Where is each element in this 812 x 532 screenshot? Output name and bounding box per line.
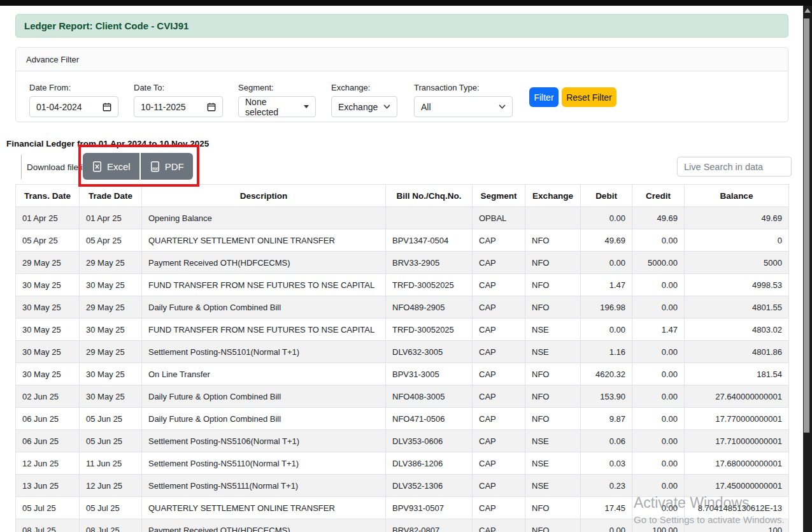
ledger-heading: Financial Ledger from 01 Apr 2024 to 10 … xyxy=(6,139,209,148)
column-header-bill-no-chq-no: Bill No./Chq.No. xyxy=(386,185,473,207)
table-cell: 49.69 xyxy=(632,207,685,229)
date-to-field: Date To: xyxy=(134,83,223,117)
table-cell: 0.00 xyxy=(581,519,632,532)
table-cell: BRV82-0807 xyxy=(386,519,473,532)
table-cell: 12 Jun 25 xyxy=(16,452,80,475)
column-header-credit: Credit xyxy=(632,185,685,207)
table-cell: NFO xyxy=(525,274,581,296)
live-search-input[interactable] xyxy=(677,157,792,176)
table-cell: On Line Transfer xyxy=(142,363,386,385)
table-cell: 29 May 25 xyxy=(80,296,142,319)
table-cell: 06 Jun 25 xyxy=(16,430,80,452)
table-cell: QUARTERLY SETTLEMENT ONLINE TRANSFER xyxy=(142,497,386,519)
table-cell: 4998.53 xyxy=(685,274,789,296)
scrollbar-thumb[interactable] xyxy=(804,18,809,433)
table-cell: 0.00 xyxy=(632,363,685,385)
table-cell: 0.00 xyxy=(632,475,685,497)
table-cell: 27.640000000001 xyxy=(685,385,789,408)
table-cell: Payment Received OTH(HDFCECMS) xyxy=(142,252,386,274)
table-cell: CAP xyxy=(473,274,525,296)
table-cell: 100 xyxy=(685,519,789,532)
table-cell: 1.16 xyxy=(581,341,632,363)
table-cell: BRV33-2905 xyxy=(386,252,473,274)
table-row: 30 May 2530 May 25FUND TRANSFER FROM NSE… xyxy=(16,274,789,296)
pdf-download-button[interactable]: PDF PDF xyxy=(141,153,193,180)
table-row: 02 Jun 2530 May 25Daily Future & Option … xyxy=(16,385,789,408)
date-to-value[interactable] xyxy=(141,102,198,112)
excel-button-label: Excel xyxy=(107,161,131,172)
table-cell: NFO xyxy=(525,408,581,430)
scroll-up-arrow-icon[interactable] xyxy=(804,8,811,13)
chevron-down-icon xyxy=(383,104,390,109)
table-cell: TRFD-30052025 xyxy=(386,274,473,296)
date-from-input[interactable] xyxy=(29,96,118,117)
advance-filter-title: Advance Filter xyxy=(26,55,79,64)
calendar-icon[interactable] xyxy=(103,103,111,111)
window-top-bar xyxy=(0,0,812,6)
table-cell: 08 Jul 25 xyxy=(80,519,142,532)
table-cell: CAP xyxy=(473,497,525,519)
table-cell: NFO xyxy=(525,252,581,274)
column-header-trade-date: Trade Date xyxy=(80,185,142,207)
table-cell: 29 May 25 xyxy=(80,252,142,274)
date-to-input[interactable] xyxy=(134,96,223,117)
table-cell: BPV1347-0504 xyxy=(386,229,473,252)
table-cell: CAP xyxy=(473,363,525,385)
segment-dropdown[interactable]: None selected xyxy=(238,96,316,117)
table-cell: 30 May 25 xyxy=(80,385,142,408)
table-cell: 30 May 25 xyxy=(80,319,142,341)
filter-button[interactable]: Filter xyxy=(529,87,559,107)
table-cell: 8.7041485130612E-13 xyxy=(685,497,789,519)
table-cell: 49.69 xyxy=(685,207,789,229)
table-cell: DLV352-1306 xyxy=(386,475,473,497)
transaction-type-label: Transaction Type: xyxy=(414,83,513,92)
table-cell: DLV632-3005 xyxy=(386,341,473,363)
advance-filter-panel: Advance Filter Date From: Date To: xyxy=(15,47,788,122)
table-cell: 0.06 xyxy=(581,430,632,452)
table-cell: NSE xyxy=(525,319,581,341)
download-label: Download file in xyxy=(27,162,87,172)
table-cell: 153.90 xyxy=(581,385,632,408)
table-row: 30 May 2529 May 25Settlement Posting-NS5… xyxy=(16,341,789,363)
table-cell: BPV931-0507 xyxy=(386,497,473,519)
table-cell: 1.47 xyxy=(581,274,632,296)
table-cell: 05 Jun 25 xyxy=(80,430,142,452)
exchange-field: Exchange: Exchange xyxy=(331,83,397,117)
table-cell: 0 xyxy=(685,229,789,252)
table-header-row: Trans. DateTrade DateDescriptionBill No.… xyxy=(16,185,789,207)
table-cell: DLV386-1206 xyxy=(386,452,473,475)
vertical-scrollbar[interactable] xyxy=(803,6,812,532)
transaction-type-select[interactable]: All xyxy=(414,96,513,117)
table-row: 13 Jun 2512 Jun 25Settlement Posting-NS5… xyxy=(16,475,789,497)
date-from-value[interactable] xyxy=(36,102,94,112)
table-cell: 5000 xyxy=(685,252,789,274)
table-cell: 05 Apr 25 xyxy=(16,229,80,252)
table-cell: 05 Jul 25 xyxy=(80,497,142,519)
caret-down-icon xyxy=(304,105,309,108)
calendar-icon[interactable] xyxy=(207,103,216,111)
table-cell: 29 May 25 xyxy=(80,341,142,363)
table-cell: 4803.02 xyxy=(685,319,789,341)
excel-download-button[interactable]: Excel xyxy=(83,153,139,180)
table-cell: 17.450000000001 xyxy=(685,475,789,497)
ledger-report-page: Ledger Report: Client Code - CVIJ91 Adva… xyxy=(0,0,812,532)
table-cell: 17.680000000001 xyxy=(685,452,789,475)
table-cell: 196.98 xyxy=(581,296,632,319)
table-cell: CAP xyxy=(473,296,525,319)
exchange-value: Exchange xyxy=(338,102,378,112)
table-cell: 0.00 xyxy=(581,319,632,341)
table-cell: 01 Apr 25 xyxy=(80,207,142,229)
table-cell: 4801.55 xyxy=(685,296,789,319)
reset-filter-button[interactable]: Reset Filter xyxy=(562,87,616,107)
exchange-select[interactable]: Exchange xyxy=(331,96,397,117)
table-cell: 17.770000000001 xyxy=(685,408,789,430)
column-header-segment: Segment xyxy=(473,185,525,207)
transaction-type-field: Transaction Type: All xyxy=(414,83,513,117)
table-cell: CAP xyxy=(473,385,525,408)
table-row: 01 Apr 2501 Apr 25Opening BalanceOPBAL0.… xyxy=(16,207,789,229)
table-cell: DLV353-0606 xyxy=(386,430,473,452)
table-cell: 30 May 25 xyxy=(16,341,80,363)
column-header-trans-date: Trans. Date xyxy=(16,185,80,207)
download-label-wrap: Download file in xyxy=(21,155,87,179)
table-cell: 0.23 xyxy=(581,475,632,497)
